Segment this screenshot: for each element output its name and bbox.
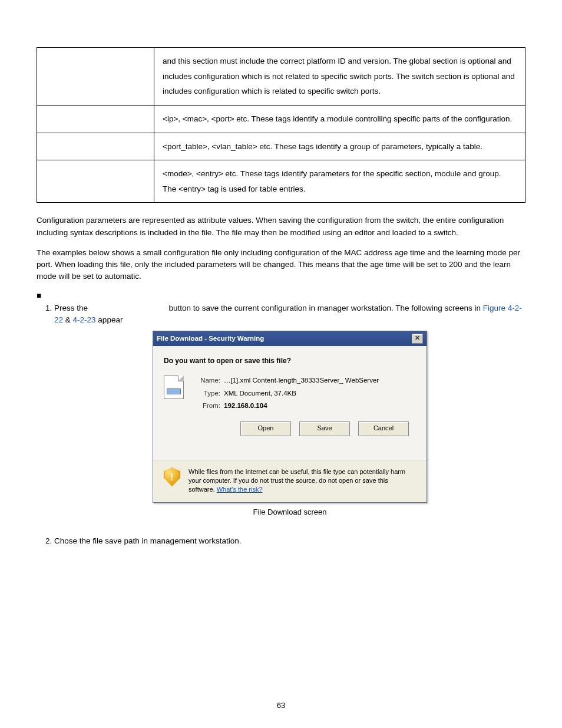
square-bullet-icon: ■ bbox=[37, 291, 42, 300]
step-text: & bbox=[65, 315, 73, 324]
step-text: Press the bbox=[54, 304, 90, 312]
step-text: button to save the current configuration… bbox=[169, 304, 483, 312]
table-row: <mode>, <entry> etc. These tags identify… bbox=[37, 160, 525, 203]
figure-caption: File Download screen bbox=[54, 506, 525, 518]
row-label bbox=[37, 160, 154, 203]
step-text: appear bbox=[98, 315, 123, 324]
body-paragraph: The examples below shows a small configu… bbox=[37, 247, 525, 283]
page-number: 63 bbox=[37, 701, 525, 710]
table-row: <port_table>, <vlan_table> etc. These ta… bbox=[37, 133, 525, 160]
shield-warning-icon: ! bbox=[164, 467, 180, 486]
dialog-question: Do you want to open or save this file? bbox=[164, 355, 416, 366]
close-button[interactable]: ✕ bbox=[412, 334, 423, 344]
dialog-titlebar: File Download - Security Warning ✕ bbox=[153, 331, 427, 346]
body-paragraph: Configuration parameters are represented… bbox=[37, 215, 525, 239]
warning-text: While files from the Internet can be use… bbox=[189, 467, 416, 494]
steps-list: Press the button to save the current con… bbox=[37, 302, 525, 548]
file-icon bbox=[164, 375, 184, 399]
list-item: Chose the file save path in management w… bbox=[54, 535, 525, 547]
row-label bbox=[37, 105, 154, 133]
type-value: XML Document, 37.4KB bbox=[224, 388, 296, 398]
table-row: <ip>, <mac>, <port> etc. These tags iden… bbox=[37, 105, 525, 133]
row-desc: <mode>, <entry> etc. These tags identify… bbox=[154, 160, 525, 203]
cancel-button[interactable]: Cancel bbox=[358, 421, 409, 436]
row-label bbox=[37, 48, 154, 106]
save-button[interactable]: Save bbox=[299, 421, 350, 436]
from-label: From: bbox=[194, 401, 220, 411]
row-label bbox=[37, 133, 154, 160]
open-button[interactable]: Open bbox=[240, 421, 291, 436]
from-value: 192.168.0.104 bbox=[224, 401, 267, 411]
file-download-dialog: File Download - Security Warning ✕ Do yo… bbox=[153, 331, 427, 503]
step-text: Chose the file save path in management w… bbox=[54, 536, 241, 545]
list-item: Press the button to save the current con… bbox=[54, 302, 525, 518]
risk-link[interactable]: What's the risk? bbox=[217, 486, 263, 493]
figure-link[interactable]: 4-2-23 bbox=[73, 315, 96, 324]
row-desc: <port_table>, <vlan_table> etc. These ta… bbox=[154, 133, 525, 160]
table-row: and this section must include the correc… bbox=[37, 48, 525, 106]
dialog-title: File Download - Security Warning bbox=[157, 334, 264, 344]
type-label: Type: bbox=[194, 388, 220, 398]
bullet: ■ bbox=[37, 291, 525, 300]
name-label: Name: bbox=[194, 375, 220, 386]
name-value: …[1].xml Content-length_38333Server_ Web… bbox=[224, 375, 379, 386]
row-desc: <ip>, <mac>, <port> etc. These tags iden… bbox=[154, 105, 525, 133]
tag-description-table: and this section must include the correc… bbox=[37, 47, 525, 203]
row-desc: and this section must include the correc… bbox=[154, 48, 525, 106]
